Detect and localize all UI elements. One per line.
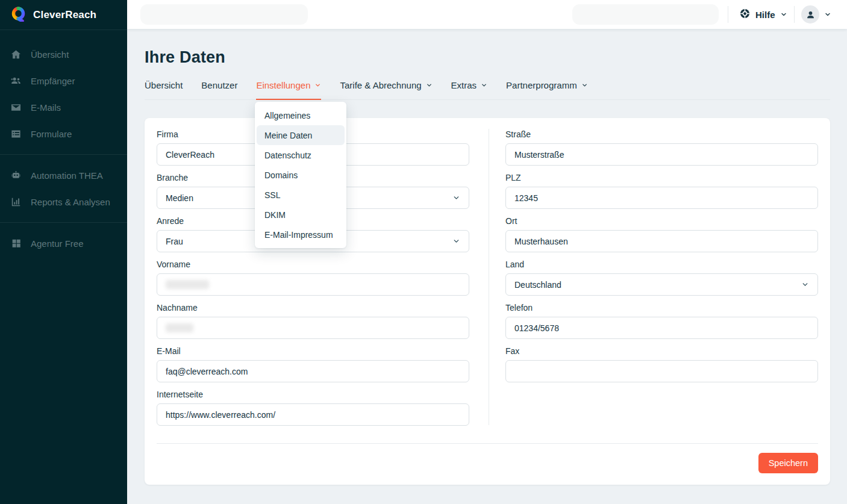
bar-chart-icon: [10, 196, 22, 208]
topbar: Hilfe: [127, 0, 847, 29]
chevron-down-icon: [452, 237, 460, 245]
avatar: [801, 5, 819, 23]
sidebar-item-agentur-free[interactable]: Agentur Free: [0, 230, 127, 257]
sidebar-item-formulare[interactable]: Formulare: [0, 120, 127, 147]
plz-input[interactable]: [505, 187, 818, 209]
field-label: PLZ: [505, 173, 818, 182]
tab-partnerprogramm[interactable]: Partnerprogramm: [506, 80, 588, 100]
sidebar-item-label: Übersicht: [31, 49, 69, 60]
settings-dropdown-menu: Allgemeines Meine Daten Datenschutz Doma…: [255, 102, 346, 248]
tab-bar: Übersicht Benutzer Einstellungen Tarife …: [145, 80, 830, 100]
brand-name: CleverReach: [33, 9, 96, 21]
topbar-divider: [794, 6, 795, 23]
sidebar-divider: [0, 154, 127, 155]
sidebar-item-uebersicht[interactable]: Übersicht: [0, 41, 127, 67]
field-nachname: Nachname: [157, 303, 469, 339]
redacted-value-blur: [166, 280, 209, 289]
nachname-input[interactable]: [157, 317, 469, 339]
sidebar-item-label: Empfänger: [31, 76, 75, 86]
home-icon: [10, 49, 22, 60]
field-label: Telefon: [505, 303, 818, 313]
cleverreach-logo-icon: [10, 6, 28, 24]
field-fax: Fax: [505, 346, 818, 382]
help-menu-button[interactable]: Hilfe: [739, 0, 787, 29]
brand-logo[interactable]: CleverReach: [0, 0, 127, 30]
chevron-down-icon: [801, 281, 809, 288]
field-label: Straße: [505, 129, 818, 139]
lifebuoy-icon: [739, 8, 751, 21]
redacted-value-blur: [166, 323, 193, 332]
page-title: Ihre Daten: [145, 48, 225, 67]
menu-item-ssl[interactable]: SSL: [255, 185, 346, 205]
field-label: Fax: [505, 346, 818, 356]
form-column-right: Straße PLZ Ort Land Deutschland: [505, 129, 818, 390]
sidebar-nav: Übersicht Empfänger E-Mails Formulare: [0, 30, 127, 257]
chevron-down-icon: [780, 11, 787, 18]
sidebar-divider: [0, 222, 127, 223]
chevron-down-icon: [314, 82, 321, 89]
redacted-blur-region: [140, 4, 308, 25]
ort-input[interactable]: [505, 230, 818, 252]
grid-icon: [10, 238, 22, 249]
field-label: Land: [505, 260, 818, 269]
robot-icon: [10, 170, 22, 181]
chevron-down-icon: [824, 11, 831, 18]
menu-item-domains[interactable]: Domains: [255, 165, 346, 185]
menu-item-allgemeines[interactable]: Allgemeines: [255, 105, 346, 125]
menu-item-datenschutz[interactable]: Datenschutz: [255, 145, 346, 165]
fax-input[interactable]: [505, 360, 818, 382]
field-label: Nachname: [157, 303, 469, 313]
menu-item-email-impressum[interactable]: E-Mail-Impressum: [255, 225, 346, 244]
chevron-down-icon: [426, 82, 433, 89]
chevron-down-icon: [581, 82, 588, 89]
account-menu-button[interactable]: [801, 0, 831, 29]
tab-label: Übersicht: [145, 80, 183, 90]
redacted-blur-region: [572, 4, 719, 25]
sidebar-item-label: Agentur Free: [31, 238, 84, 249]
tab-label: Einstellungen: [256, 80, 310, 90]
profile-data-card: Firma Branche Medien Anrede Frau: [145, 118, 830, 485]
sidebar: CleverReach Übersicht Empfänger E-Mails …: [0, 0, 127, 504]
email-input[interactable]: [157, 360, 469, 382]
chevron-down-icon: [481, 82, 487, 89]
column-divider: [489, 129, 489, 425]
internetseite-input[interactable]: [157, 403, 469, 426]
sidebar-item-label: Reports & Analysen: [31, 197, 110, 207]
tab-label: Partnerprogramm: [506, 80, 577, 90]
tab-tarife-abrechnung[interactable]: Tarife & Abrechnung: [340, 80, 432, 100]
sidebar-item-label: E-Mails: [31, 102, 61, 113]
tab-benutzer[interactable]: Benutzer: [201, 80, 237, 100]
field-email: E-Mail: [157, 346, 469, 382]
menu-item-meine-daten[interactable]: Meine Daten: [257, 125, 345, 145]
users-icon: [10, 75, 22, 87]
tab-label: Extras: [451, 80, 477, 90]
sidebar-item-emails[interactable]: E-Mails: [0, 94, 127, 120]
selected-value: Deutschland: [514, 280, 561, 290]
field-vorname: Vorname: [157, 260, 469, 296]
field-ort: Ort: [505, 216, 818, 252]
sidebar-item-reports-analysen[interactable]: Reports & Analysen: [0, 188, 127, 215]
tab-extras[interactable]: Extras: [451, 80, 488, 100]
field-land: Land Deutschland: [505, 260, 818, 296]
topbar-divider: [728, 6, 728, 23]
telefon-input[interactable]: [505, 317, 818, 339]
field-telefon: Telefon: [505, 303, 818, 339]
field-label: Internetseite: [157, 390, 469, 399]
envelope-icon: [10, 102, 22, 113]
sidebar-item-automation-thea[interactable]: Automation THEA: [0, 162, 127, 188]
tab-uebersicht[interactable]: Übersicht: [145, 80, 183, 100]
field-strasse: Straße: [505, 129, 818, 166]
field-label: Vorname: [157, 260, 469, 269]
selected-value: Medien: [166, 193, 193, 203]
save-button[interactable]: Speichern: [758, 453, 818, 473]
field-internetseite: Internetseite: [157, 390, 469, 426]
tab-label: Tarife & Abrechnung: [340, 80, 421, 90]
land-select[interactable]: Deutschland: [505, 273, 818, 296]
tab-einstellungen[interactable]: Einstellungen: [256, 80, 321, 100]
menu-item-dkim[interactable]: DKIM: [255, 205, 346, 225]
strasse-input[interactable]: [505, 143, 818, 166]
sidebar-item-empfaenger[interactable]: Empfänger: [0, 67, 127, 94]
sidebar-item-label: Formulare: [31, 129, 72, 139]
card-divider: [157, 443, 818, 444]
sidebar-item-label: Automation THEA: [31, 170, 103, 181]
